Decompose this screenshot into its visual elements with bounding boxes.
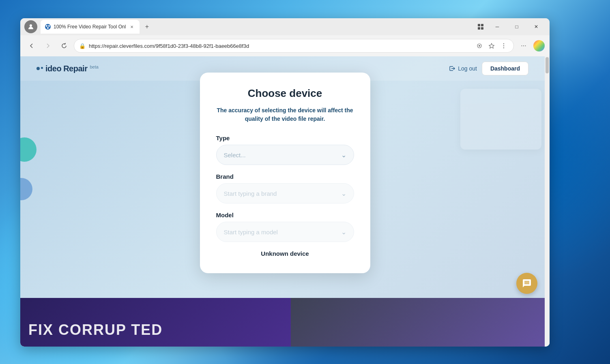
type-label: Type (216, 135, 354, 141)
forward-button[interactable] (41, 39, 54, 52)
maximize-button[interactable]: □ (507, 20, 526, 33)
type-field-group: Type Select... ⌄ (216, 135, 354, 165)
svg-rect-5 (478, 24, 480, 26)
type-chevron-icon: ⌄ (341, 151, 346, 159)
svg-rect-8 (481, 27, 483, 30)
window-controls: ─ □ ✕ (474, 20, 546, 33)
type-select[interactable]: Select... ⌄ (216, 145, 354, 165)
url-bar[interactable]: 🔒 https://repair.cleverfiles.com/9f58f1d… (74, 39, 514, 53)
back-button[interactable] (25, 39, 38, 52)
brand-chevron-icon: ⌄ (341, 190, 346, 197)
svg-point-2 (46, 25, 47, 27)
fix-corrupted-text: FIX CORRUP TED (28, 321, 163, 338)
scrollbar-thumb[interactable] (546, 57, 549, 73)
website-background: ideo Repair beta Log out Dashboard (20, 56, 550, 347)
tab-favicon (45, 24, 51, 30)
address-bar: 🔒 https://repair.cleverfiles.com/9f58f1d… (20, 35, 550, 56)
tab-bar: 100% Free Video Repair Tool Onl ✕ + (41, 20, 473, 34)
tab-close-button[interactable]: ✕ (128, 23, 135, 30)
close-button[interactable]: ✕ (527, 20, 546, 33)
brand-label: Brand (216, 173, 354, 180)
brand-placeholder: Start typing a brand (224, 190, 341, 197)
active-tab[interactable]: 100% Free Video Repair Tool Onl ✕ (41, 20, 140, 34)
collections-button[interactable] (474, 20, 487, 33)
svg-rect-7 (478, 27, 480, 30)
model-field-group: Model Start typing a model ⌄ (216, 212, 354, 242)
svg-point-10 (479, 45, 480, 47)
svg-marker-11 (489, 43, 494, 48)
video-strip: FIX CORRUP TED (20, 298, 545, 347)
browser-window: 100% Free Video Repair Tool Onl ✕ + ─ □ … (20, 18, 550, 347)
svg-point-12 (503, 43, 504, 44)
lock-icon: 🔒 (79, 43, 86, 49)
video-strip-inner: FIX CORRUP TED (20, 298, 545, 347)
read-aloud-button[interactable] (475, 41, 484, 51)
model-placeholder: Start typing a model (224, 229, 341, 236)
model-chevron-icon: ⌄ (341, 228, 346, 236)
page-content: ideo Repair beta Log out Dashboard (20, 56, 550, 347)
video-panel-right (291, 298, 545, 347)
model-select[interactable]: Start typing a model ⌄ (216, 222, 354, 242)
type-placeholder: Select... (224, 152, 341, 158)
chat-button[interactable] (516, 273, 537, 294)
url-icons (475, 41, 509, 51)
new-tab-button[interactable]: + (141, 21, 152, 32)
title-bar: 100% Free Video Repair Tool Onl ✕ + ─ □ … (20, 18, 550, 35)
svg-point-4 (47, 27, 49, 29)
video-panel-left: FIX CORRUP TED (20, 298, 291, 347)
browser-menu-button[interactable]: ··· (517, 39, 530, 52)
favorites-button[interactable] (487, 41, 496, 51)
refresh-button[interactable] (58, 39, 71, 52)
modal-title: Choose device (216, 87, 354, 100)
edge-profile-button[interactable] (533, 40, 545, 51)
unknown-device-link[interactable]: Unknown device (216, 250, 354, 257)
svg-point-14 (503, 47, 504, 48)
profile-icon[interactable] (24, 20, 37, 33)
url-text: https://repair.cleverfiles.com/9f58f1d0-… (89, 43, 471, 49)
minimize-button[interactable]: ─ (488, 20, 507, 33)
brand-select[interactable]: Start typing a brand ⌄ (216, 183, 354, 203)
brand-field-group: Brand Start typing a brand ⌄ (216, 173, 354, 203)
svg-rect-6 (481, 24, 483, 26)
tab-title: 100% Free Video Repair Tool Onl (54, 24, 126, 30)
more-tools-button[interactable] (499, 41, 509, 51)
choose-device-modal: Choose device The accuracy of selecting … (200, 73, 370, 273)
model-label: Model (216, 212, 354, 218)
svg-point-13 (503, 45, 504, 46)
svg-point-0 (30, 24, 32, 27)
svg-point-3 (48, 25, 50, 27)
modal-subtitle: The accuracy of selecting the device wil… (216, 106, 354, 123)
scrollbar[interactable] (545, 56, 550, 347)
